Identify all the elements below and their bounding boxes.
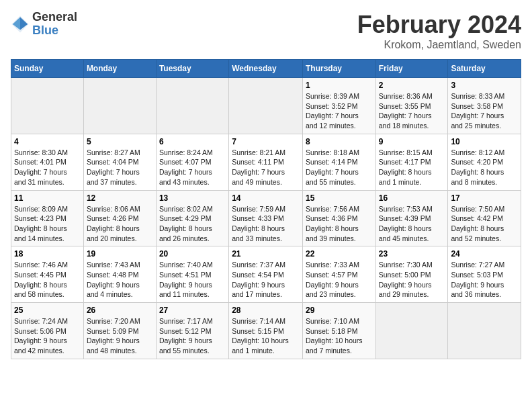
day-info: Sunrise: 8:09 AM Sunset: 4:23 PM Dayligh… xyxy=(14,204,81,244)
day-info: Sunrise: 7:56 AM Sunset: 4:36 PM Dayligh… xyxy=(306,204,373,244)
day-cell: 16Sunrise: 7:53 AM Sunset: 4:39 PM Dayli… xyxy=(375,190,448,246)
day-number: 21 xyxy=(232,249,300,259)
day-number: 6 xyxy=(159,137,226,146)
day-cell: 19Sunrise: 7:43 AM Sunset: 4:48 PM Dayli… xyxy=(83,246,156,303)
day-info: Sunrise: 7:37 AM Sunset: 4:54 PM Dayligh… xyxy=(232,260,300,300)
day-cell: 23Sunrise: 7:30 AM Sunset: 5:00 PM Dayli… xyxy=(375,246,448,303)
day-number: 4 xyxy=(14,137,81,146)
day-info: Sunrise: 7:50 AM Sunset: 4:42 PM Dayligh… xyxy=(451,204,518,244)
day-number: 27 xyxy=(159,306,226,315)
day-info: Sunrise: 7:33 AM Sunset: 4:57 PM Dayligh… xyxy=(306,260,373,300)
day-cell: 13Sunrise: 8:02 AM Sunset: 4:29 PM Dayli… xyxy=(156,190,228,246)
day-number: 11 xyxy=(14,193,81,203)
day-cell xyxy=(448,303,521,359)
day-number: 23 xyxy=(379,249,445,259)
logo: General Blue xyxy=(11,11,77,38)
day-number: 10 xyxy=(451,137,518,146)
day-number: 20 xyxy=(159,249,226,259)
day-info: Sunrise: 7:40 AM Sunset: 4:51 PM Dayligh… xyxy=(159,260,226,300)
day-number: 2 xyxy=(379,81,445,90)
day-cell: 22Sunrise: 7:33 AM Sunset: 4:57 PM Dayli… xyxy=(302,246,375,303)
day-cell: 28Sunrise: 7:14 AM Sunset: 5:15 PM Dayli… xyxy=(229,303,303,359)
day-info: Sunrise: 8:06 AM Sunset: 4:26 PM Dayligh… xyxy=(87,204,153,244)
day-info: Sunrise: 8:27 AM Sunset: 4:04 PM Dayligh… xyxy=(87,148,153,187)
day-number: 3 xyxy=(451,81,518,90)
day-info: Sunrise: 8:36 AM Sunset: 3:55 PM Dayligh… xyxy=(379,91,445,131)
day-cell: 29Sunrise: 7:10 AM Sunset: 5:18 PM Dayli… xyxy=(302,303,375,359)
week-row-3: 18Sunrise: 7:46 AM Sunset: 4:45 PM Dayli… xyxy=(11,246,521,303)
day-cell: 10Sunrise: 8:12 AM Sunset: 4:20 PM Dayli… xyxy=(448,134,521,190)
logo-general: General xyxy=(32,11,77,24)
day-cell: 2Sunrise: 8:36 AM Sunset: 3:55 PM Daylig… xyxy=(375,78,448,134)
day-info: Sunrise: 7:59 AM Sunset: 4:33 PM Dayligh… xyxy=(232,204,300,244)
logo-blue: Blue xyxy=(32,24,77,38)
day-cell xyxy=(229,78,303,134)
header-saturday: Saturday xyxy=(448,60,521,78)
calendar-table: SundayMondayTuesdayWednesdayThursdayFrid… xyxy=(11,59,521,359)
day-info: Sunrise: 8:02 AM Sunset: 4:29 PM Dayligh… xyxy=(159,204,226,244)
week-row-4: 25Sunrise: 7:24 AM Sunset: 5:06 PM Dayli… xyxy=(11,303,521,359)
day-info: Sunrise: 7:27 AM Sunset: 5:03 PM Dayligh… xyxy=(451,260,518,300)
day-number: 5 xyxy=(87,137,153,146)
day-cell: 9Sunrise: 8:15 AM Sunset: 4:17 PM Daylig… xyxy=(375,134,448,190)
day-info: Sunrise: 7:17 AM Sunset: 5:12 PM Dayligh… xyxy=(159,316,226,356)
day-info: Sunrise: 7:14 AM Sunset: 5:15 PM Dayligh… xyxy=(232,316,300,356)
day-cell: 15Sunrise: 7:56 AM Sunset: 4:36 PM Dayli… xyxy=(302,190,375,246)
day-cell: 21Sunrise: 7:37 AM Sunset: 4:54 PM Dayli… xyxy=(229,246,303,303)
header-thursday: Thursday xyxy=(302,60,375,78)
day-number: 18 xyxy=(14,249,81,259)
day-info: Sunrise: 8:12 AM Sunset: 4:20 PM Dayligh… xyxy=(451,148,518,187)
day-number: 25 xyxy=(14,306,81,315)
day-info: Sunrise: 7:30 AM Sunset: 5:00 PM Dayligh… xyxy=(379,260,445,300)
day-cell: 4Sunrise: 8:30 AM Sunset: 4:01 PM Daylig… xyxy=(11,134,84,190)
day-number: 28 xyxy=(232,306,300,315)
day-info: Sunrise: 7:46 AM Sunset: 4:45 PM Dayligh… xyxy=(14,260,81,300)
day-number: 9 xyxy=(379,137,445,146)
day-info: Sunrise: 7:10 AM Sunset: 5:18 PM Dayligh… xyxy=(306,316,373,356)
header-wednesday: Wednesday xyxy=(229,60,303,78)
day-cell: 5Sunrise: 8:27 AM Sunset: 4:04 PM Daylig… xyxy=(83,134,156,190)
logo-icon xyxy=(11,15,30,34)
day-number: 7 xyxy=(232,137,300,146)
day-number: 16 xyxy=(379,193,445,203)
day-cell: 7Sunrise: 8:21 AM Sunset: 4:11 PM Daylig… xyxy=(229,134,303,190)
day-info: Sunrise: 8:18 AM Sunset: 4:14 PM Dayligh… xyxy=(306,148,373,187)
day-number: 13 xyxy=(159,193,226,203)
day-info: Sunrise: 7:53 AM Sunset: 4:39 PM Dayligh… xyxy=(379,204,445,244)
header-sunday: Sunday xyxy=(11,60,84,78)
header-tuesday: Tuesday xyxy=(156,60,228,78)
day-info: Sunrise: 8:33 AM Sunset: 3:58 PM Dayligh… xyxy=(451,91,518,131)
day-cell: 27Sunrise: 7:17 AM Sunset: 5:12 PM Dayli… xyxy=(156,303,228,359)
day-cell: 20Sunrise: 7:40 AM Sunset: 4:51 PM Dayli… xyxy=(156,246,228,303)
calendar-body: 1Sunrise: 8:39 AM Sunset: 3:52 PM Daylig… xyxy=(11,78,521,359)
day-number: 29 xyxy=(306,306,373,315)
day-cell: 3Sunrise: 8:33 AM Sunset: 3:58 PM Daylig… xyxy=(448,78,521,134)
day-info: Sunrise: 8:15 AM Sunset: 4:17 PM Dayligh… xyxy=(379,148,445,187)
day-number: 12 xyxy=(87,193,153,203)
day-info: Sunrise: 8:24 AM Sunset: 4:07 PM Dayligh… xyxy=(159,148,226,187)
day-cell xyxy=(11,78,84,134)
header-row: SundayMondayTuesdayWednesdayThursdayFrid… xyxy=(11,60,521,78)
day-info: Sunrise: 8:21 AM Sunset: 4:11 PM Dayligh… xyxy=(232,148,300,187)
day-info: Sunrise: 8:30 AM Sunset: 4:01 PM Dayligh… xyxy=(14,148,81,187)
day-number: 1 xyxy=(306,81,373,90)
week-row-2: 11Sunrise: 8:09 AM Sunset: 4:23 PM Dayli… xyxy=(11,190,521,246)
logo-text: General Blue xyxy=(32,11,77,38)
calendar-header: SundayMondayTuesdayWednesdayThursdayFrid… xyxy=(11,60,521,78)
day-info: Sunrise: 7:24 AM Sunset: 5:06 PM Dayligh… xyxy=(14,316,81,356)
week-row-0: 1Sunrise: 8:39 AM Sunset: 3:52 PM Daylig… xyxy=(11,78,521,134)
day-cell: 26Sunrise: 7:20 AM Sunset: 5:09 PM Dayli… xyxy=(83,303,156,359)
day-cell: 18Sunrise: 7:46 AM Sunset: 4:45 PM Dayli… xyxy=(11,246,84,303)
day-info: Sunrise: 8:39 AM Sunset: 3:52 PM Dayligh… xyxy=(306,91,373,131)
day-cell: 1Sunrise: 8:39 AM Sunset: 3:52 PM Daylig… xyxy=(302,78,375,134)
day-number: 19 xyxy=(87,249,153,259)
title-section: February 2024 Krokom, Jaemtland, Sweden xyxy=(357,11,521,51)
day-number: 8 xyxy=(306,137,373,146)
day-number: 26 xyxy=(87,306,153,315)
day-cell: 12Sunrise: 8:06 AM Sunset: 4:26 PM Dayli… xyxy=(83,190,156,246)
day-cell xyxy=(375,303,448,359)
header-friday: Friday xyxy=(375,60,448,78)
day-info: Sunrise: 7:20 AM Sunset: 5:09 PM Dayligh… xyxy=(87,316,153,356)
day-number: 24 xyxy=(451,249,518,259)
day-cell: 11Sunrise: 8:09 AM Sunset: 4:23 PM Dayli… xyxy=(11,190,84,246)
